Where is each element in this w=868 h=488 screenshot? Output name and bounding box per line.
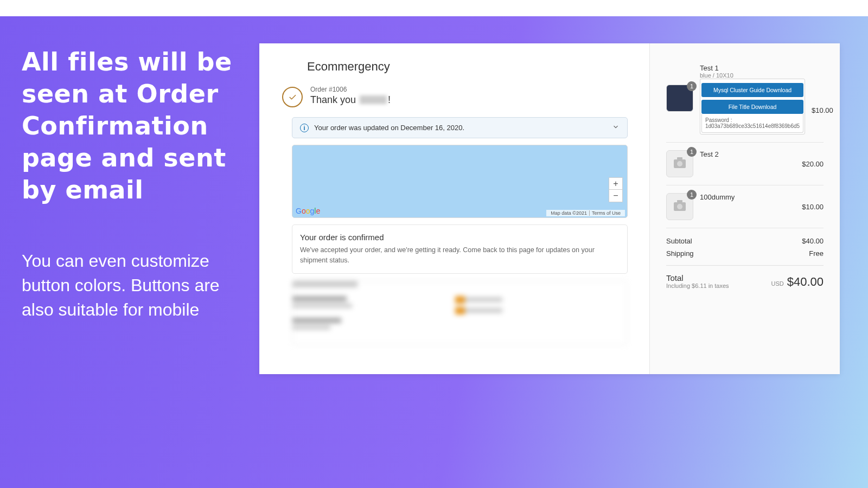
product-thumb: 1 [666, 85, 693, 112]
customer-info-blurred [292, 280, 628, 345]
download-button[interactable]: Mysql Cluster Guide Download [701, 83, 803, 97]
order-confirmation-screenshot: Ecommergency Order #1006 Thank you ! i Y… [259, 43, 840, 374]
item-title: Test 2 [700, 150, 795, 158]
line-item: 1 Test 1 blue / 10X10 Mysql Cluster Guid… [666, 56, 824, 143]
confirm-body: We've accepted your order, and we're get… [300, 245, 620, 266]
subtotal-label: Subtotal [666, 237, 692, 245]
qty-badge: 1 [687, 147, 697, 157]
info-icon: i [300, 124, 309, 132]
qty-badge: 1 [687, 81, 697, 91]
total-label: Total [666, 273, 729, 282]
map-attribution: Map data ©2021Terms of Use [546, 210, 625, 216]
tax-note: Including $6.11 in taxes [666, 282, 729, 289]
line-item: 1 100dummy $10.00 [666, 185, 824, 228]
camera-icon [674, 202, 686, 211]
subtotal: $40.00 [802, 237, 824, 245]
shipping: Free [809, 249, 824, 258]
qty-badge: 1 [687, 190, 697, 200]
product-thumb: 1 [666, 150, 693, 177]
item-title: Test 1 [700, 64, 805, 72]
store-name: Ecommergency [307, 60, 628, 74]
item-price: $20.00 [802, 160, 824, 168]
download-button[interactable]: File Title Download [701, 100, 803, 114]
marketing-headline: All files will be seen at Order Confirma… [22, 46, 250, 206]
order-number: Order #1006 [310, 86, 391, 93]
line-item: 1 Test 2 $20.00 [666, 143, 824, 185]
product-thumb: 1 [666, 193, 693, 220]
password-box: Password : 1d03a73b689ce33c51614e8f8369b… [701, 114, 803, 133]
check-icon [282, 87, 303, 107]
item-price: $10.00 [802, 203, 824, 211]
map[interactable]: +− Google Map data ©2021Terms of Use [292, 145, 628, 218]
map-zoom[interactable]: +− [609, 177, 623, 202]
camera-icon [674, 159, 686, 168]
order-summary: 1 Test 1 blue / 10X10 Mysql Cluster Guid… [650, 43, 840, 374]
update-text: Your order was updated on December 16, 2… [314, 124, 464, 132]
total-amount: $40.00 [787, 275, 824, 288]
order-update-banner[interactable]: i Your order was updated on December 16,… [292, 117, 628, 138]
shipping-label: Shipping [666, 249, 694, 258]
currency: USD [771, 280, 783, 287]
chevron-down-icon [612, 123, 620, 132]
zoom-in[interactable]: + [609, 178, 622, 190]
item-price: $10.00 [812, 106, 833, 114]
confirm-title: Your order is confirmed [300, 233, 620, 242]
marketing-subtext: You can even customize button colors. Bu… [22, 249, 250, 322]
item-variant: blue / 10X10 [700, 72, 805, 79]
google-logo: Google [296, 207, 320, 215]
confirm-card: Your order is confirmed We've accepted y… [292, 224, 628, 274]
thank-you: Thank you ! [310, 94, 391, 106]
item-title: 100dummy [700, 193, 795, 201]
zoom-out[interactable]: − [609, 190, 622, 202]
